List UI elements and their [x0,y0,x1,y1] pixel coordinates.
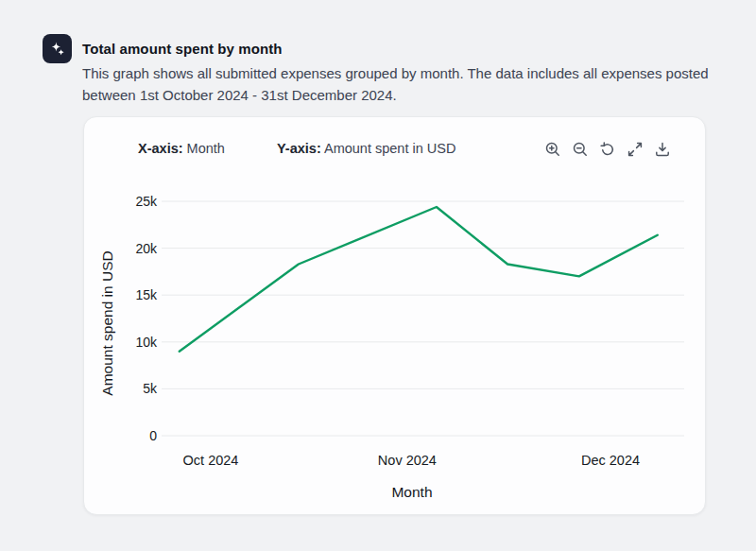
x-tick-label: Oct 2024 [168,451,253,470]
x-tick-label: Dec 2024 [568,451,653,470]
y-axis-info-key: Y-axis: [277,141,321,156]
fullscreen-icon [626,140,644,159]
download-button[interactable] [650,137,675,162]
y-tick-label: 0 [103,426,157,445]
reset-button[interactable] [595,137,620,162]
reset-icon [598,140,617,159]
zoom-out-icon [571,140,590,159]
sparkles-icon [43,34,72,63]
x-axis-title: Month [318,484,507,503]
zoom-out-button[interactable] [568,137,593,162]
zoom-in-icon [543,140,562,159]
x-axis-info-value: Month [187,141,225,156]
sparkle-glyph [49,41,66,58]
download-icon [653,140,672,159]
y-axis-title: Amount spend in USD [99,229,118,418]
x-tick-label: Nov 2024 [365,451,450,470]
y-axis-info-value: Amount spent in USD [324,141,455,156]
y-tick-label: 25k [103,192,157,211]
zoom-in-button[interactable] [541,137,565,162]
fullscreen-button[interactable] [623,137,647,162]
x-axis-info: X-axis: Month [138,141,225,156]
page-description: This graph shows all submitted expenses … [82,62,713,106]
chart-card: X-axis: Month Y-axis: Amount spent in US… [83,116,706,515]
page-title: Total amount spent by month [82,41,283,57]
chart-toolbar [541,137,675,162]
y-axis-info: Y-axis: Amount spent in USD [277,141,455,156]
chart-line [180,207,658,352]
x-axis-info-key: X-axis: [138,141,183,156]
